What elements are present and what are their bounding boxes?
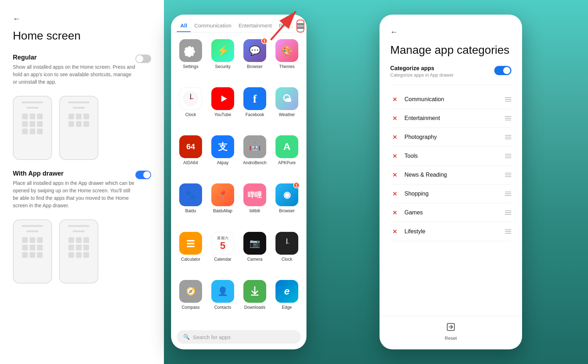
app-edge[interactable]: e Edge bbox=[272, 277, 302, 324]
reset-icon bbox=[446, 322, 456, 334]
app-settings[interactable]: Settings bbox=[175, 36, 206, 83]
app-weather[interactable]: 🌤 Weather bbox=[272, 84, 302, 131]
category-photography[interactable]: ✕ Photography bbox=[390, 128, 511, 147]
regular-toggle[interactable] bbox=[135, 54, 151, 63]
app-bilibili[interactable]: 哔哩 bilibili bbox=[239, 181, 270, 227]
app-alipay[interactable]: 支 Alipay bbox=[207, 132, 238, 179]
category-shopping[interactable]: ✕ Shopping bbox=[390, 184, 511, 203]
drawer-toggle[interactable] bbox=[135, 171, 151, 179]
drag-games[interactable] bbox=[505, 210, 511, 215]
aida64-icon: 64 bbox=[179, 135, 202, 158]
drag-tools[interactable] bbox=[505, 154, 511, 158]
menu-bar-3 bbox=[297, 27, 304, 28]
app-facebook[interactable]: f Facebook bbox=[239, 84, 270, 131]
phone-mockup-2 bbox=[59, 96, 98, 160]
menu-bar-1 bbox=[297, 24, 304, 25]
drag-news[interactable] bbox=[505, 173, 511, 177]
right-back-button[interactable]: ← bbox=[390, 27, 511, 37]
app-security[interactable]: ⚡ Security bbox=[207, 36, 238, 83]
browser2-badge: 1 bbox=[293, 182, 300, 188]
app-browser[interactable]: 💬 1 Browser bbox=[239, 36, 270, 83]
browser-badge: 1 bbox=[261, 38, 268, 44]
tab-menu-button[interactable] bbox=[296, 20, 304, 32]
app-downloads[interactable]: Downloads bbox=[239, 277, 270, 324]
app-aida64[interactable]: 64 AIDA64 bbox=[175, 132, 206, 179]
tab-all[interactable]: All bbox=[177, 20, 191, 32]
category-news[interactable]: ✕ News & Reading bbox=[390, 166, 511, 184]
category-communication[interactable]: ✕ Communication bbox=[390, 90, 511, 109]
menu-bar-2 bbox=[297, 26, 304, 27]
search-icon: 🔍 bbox=[183, 334, 190, 340]
apps-grid: Settings ⚡ Security 💬 1 Browser 🎨 T bbox=[171, 33, 306, 327]
app-camera[interactable]: 📷 Camera bbox=[239, 229, 270, 276]
app-browser2-label: Browser bbox=[279, 208, 295, 213]
drawer-option: With App drawer Place all installed apps… bbox=[13, 170, 151, 216]
app-calendar[interactable]: 星期六 5 Calendar bbox=[207, 229, 238, 276]
regular-title: Regular bbox=[13, 54, 135, 61]
svg-rect-7 bbox=[187, 243, 195, 244]
svg-rect-8 bbox=[187, 246, 195, 247]
category-tools[interactable]: ✕ Tools bbox=[390, 147, 511, 166]
categorize-toggle[interactable] bbox=[494, 66, 511, 75]
home-screen-panel: ← Home screen Regular Show all installed… bbox=[0, 0, 164, 364]
camera-icon: 📷 bbox=[243, 232, 266, 255]
androbench-icon: 🤖 bbox=[243, 135, 266, 158]
app-clock2[interactable]: Clock bbox=[272, 229, 302, 276]
clock2-icon bbox=[275, 232, 298, 255]
app-edge-label: Edge bbox=[282, 305, 292, 310]
alipay-icon: 支 bbox=[211, 135, 234, 158]
reset-label: Reset bbox=[445, 336, 457, 341]
drag-photography[interactable] bbox=[505, 135, 511, 139]
app-themes[interactable]: 🎨 Themes bbox=[272, 36, 302, 83]
svg-marker-5 bbox=[221, 95, 227, 102]
manage-inner: ← Manage app categories Categorize apps … bbox=[380, 15, 522, 316]
search-bar[interactable]: 🔍 Search for apps bbox=[177, 330, 301, 344]
app-androbench[interactable]: 🤖 AndroBench bbox=[239, 132, 270, 179]
category-photography-label: Photography bbox=[404, 134, 505, 140]
remove-entertainment-button[interactable]: ✕ bbox=[390, 114, 399, 123]
drag-shopping[interactable] bbox=[505, 192, 511, 196]
app-settings-label: Settings bbox=[183, 64, 198, 69]
app-compass[interactable]: 🧭 Compass bbox=[175, 277, 206, 324]
app-contacts[interactable]: 👤 Contacts bbox=[207, 277, 238, 324]
remove-communication-button[interactable]: ✕ bbox=[390, 95, 399, 104]
tab-photo[interactable]: Pho... bbox=[275, 20, 296, 32]
remove-photography-button[interactable]: ✕ bbox=[390, 133, 399, 141]
remove-tools-button[interactable]: ✕ bbox=[390, 152, 399, 160]
app-themes-label: Themes bbox=[279, 64, 294, 69]
downloads-icon bbox=[243, 280, 266, 303]
reset-button[interactable]: Reset bbox=[445, 322, 457, 341]
tab-communication[interactable]: Communication bbox=[191, 20, 235, 32]
remove-shopping-button[interactable]: ✕ bbox=[390, 189, 399, 198]
app-calculator[interactable]: Calculator bbox=[175, 229, 206, 276]
drag-lifestyle[interactable] bbox=[505, 229, 511, 234]
app-youtube[interactable]: YouTube bbox=[207, 84, 238, 131]
app-baidu[interactable]: 🐾 Baidu bbox=[175, 181, 206, 227]
browser2-icon: ◉ 1 bbox=[275, 183, 298, 206]
left-back-button[interactable]: ← bbox=[13, 14, 151, 24]
app-clock[interactable]: Clock bbox=[175, 84, 206, 131]
category-entertainment[interactable]: ✕ Entertainment bbox=[390, 109, 511, 128]
drag-entertainment[interactable] bbox=[505, 116, 511, 120]
remove-news-button[interactable]: ✕ bbox=[390, 171, 399, 179]
remove-games-button[interactable]: ✕ bbox=[390, 208, 399, 217]
contacts-icon: 👤 bbox=[211, 280, 234, 303]
app-youtube-label: YouTube bbox=[214, 112, 231, 117]
category-games[interactable]: ✕ Games bbox=[390, 203, 511, 222]
categorize-label: Categorize apps bbox=[390, 65, 454, 72]
tab-entertainment[interactable]: Entertainment bbox=[235, 20, 275, 32]
app-baidumap[interactable]: 📍 BaiduMap bbox=[207, 181, 238, 227]
categorize-row: Categorize apps Categorize apps in App d… bbox=[390, 65, 511, 85]
left-page-title: Home screen bbox=[13, 29, 151, 42]
remove-lifestyle-button[interactable]: ✕ bbox=[390, 227, 399, 236]
app-browser2[interactable]: ◉ 1 Browser bbox=[272, 181, 302, 227]
weather-icon: 🌤 bbox=[275, 87, 298, 110]
category-lifestyle[interactable]: ✕ Lifestyle bbox=[390, 222, 511, 241]
drag-communication[interactable] bbox=[505, 97, 511, 102]
phone-mockup-3 bbox=[13, 219, 52, 284]
category-entertainment-label: Entertainment bbox=[404, 115, 505, 121]
category-news-label: News & Reading bbox=[404, 172, 505, 178]
regular-desc: Show all installed apps on the Home scre… bbox=[13, 63, 135, 86]
app-apkpure[interactable]: A APKPure bbox=[272, 132, 302, 179]
category-list: ✕ Communication ✕ Entertainment ✕ Photog… bbox=[390, 90, 511, 241]
